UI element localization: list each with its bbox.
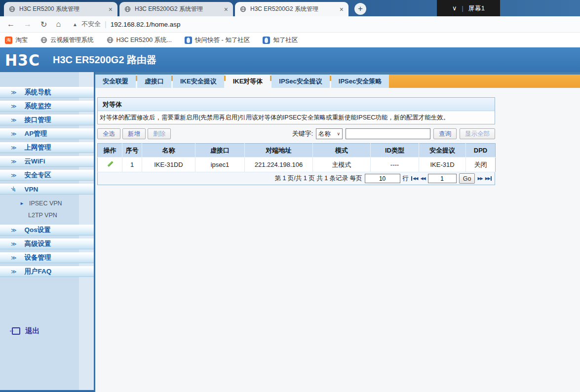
sidebar-subitem-ipsec-vpn[interactable]: ► IPSEC VPN	[0, 197, 94, 209]
sidebar-item-internet-mgmt[interactable]: ≫ 上网管理	[0, 142, 94, 153]
tab-ike-peer-active[interactable]: IKE对等体	[226, 75, 271, 88]
last-page-icon[interactable]: ▶▶	[485, 176, 492, 181]
cell-name: IKE-31DD	[142, 157, 195, 172]
sidebar-item-ap-mgmt[interactable]: ≫ AP管理	[0, 128, 94, 139]
bookmark-zhiliao[interactable]: 知了社区	[263, 36, 298, 44]
sidebar-item-label: 高级设置	[25, 239, 51, 248]
browser-tab-3-active[interactable]: H3C ER5200G2 系统管理 ×	[235, 2, 348, 16]
tab-close-icon[interactable]: ×	[224, 6, 228, 13]
menu-arrow-icon: ≫	[11, 117, 17, 123]
col-index: 序号	[122, 144, 142, 157]
select-all-button[interactable]: 全选	[97, 128, 120, 139]
tab-security-alliance[interactable]: 安全联盟	[95, 75, 136, 88]
bookmark-label: H3C ER5200 系统...	[116, 36, 172, 44]
sidebar-item-interface-mgmt[interactable]: ≫ 接口管理	[0, 115, 94, 125]
sidebar-item-security-zone[interactable]: ≫ 安全专区	[0, 170, 94, 181]
tab-bar-orange-filler	[389, 75, 580, 88]
menu-arrow-icon: ≫	[11, 269, 17, 275]
menu-arrow-icon: ≫	[11, 103, 17, 110]
col-operation: 操作	[98, 144, 122, 157]
logout-arrow-glyph: ←	[8, 326, 15, 334]
page-number-input[interactable]	[428, 174, 457, 183]
sidebar-item-vpn[interactable]: ≫ VPN	[0, 184, 94, 195]
chevron-down-icon[interactable]: ∨	[452, 4, 457, 12]
sidebar-item-label: VPN	[25, 186, 39, 193]
menu-arrow-expanded-icon: ≫	[9, 185, 18, 194]
sidebar-item-qos[interactable]: ≫ Qos设置	[0, 225, 94, 235]
menu-arrow-icon: ≫	[11, 172, 17, 179]
home-icon[interactable]: ⌂	[56, 20, 61, 29]
add-button[interactable]: 新增	[122, 128, 146, 139]
app-header: H3C H3C ER5200G2 路由器	[0, 47, 580, 72]
tab-close-icon[interactable]: ×	[340, 6, 344, 13]
not-secure-label: 不安全	[81, 20, 101, 29]
pagination-summary: 第 1 页/共 1 页 共 1 条记录 每页	[274, 174, 362, 183]
h3c-logo: H3C	[5, 51, 40, 69]
sidebar-item-label: 接口管理	[25, 116, 51, 124]
bookmark-label: 知了社区	[273, 36, 298, 44]
go-button[interactable]: Go	[459, 173, 475, 184]
address-bar[interactable]: ▲ 不安全 | 192.168.82.1/home.asp	[73, 20, 180, 29]
sidebar-subitem-l2tp-vpn[interactable]: L2TP VPN	[0, 209, 94, 221]
sidebar-item-cloud-wifi[interactable]: ≫ 云WiFi	[0, 156, 94, 167]
tab-ipsec-proposal[interactable]: IPSec安全提议	[271, 75, 329, 88]
screen-capture-overlay: ∨ | 屏幕1	[437, 0, 500, 16]
keyword-type-select[interactable]: 名称 ∨	[316, 128, 343, 139]
menu-arrow-icon: ≫	[11, 227, 17, 234]
tab-virtual-interface[interactable]: 虚接口	[137, 75, 171, 88]
keyword-input[interactable]	[346, 128, 430, 139]
sidebar-item-label: 上网管理	[25, 143, 51, 152]
overlay-divider: |	[462, 5, 464, 12]
sub-arrow-icon: ►	[20, 201, 24, 206]
menu-arrow-icon: ≫	[11, 158, 17, 165]
cell-operation	[98, 157, 122, 172]
search-button[interactable]: 查询	[433, 128, 457, 139]
tab-ike-proposal[interactable]: IKE安全提议	[173, 75, 224, 88]
menu-arrow-icon: ≫	[11, 145, 17, 151]
delete-button[interactable]: 删除	[148, 128, 171, 139]
browser-tab-1[interactable]: H3C ER5200 系统管理 ×	[4, 2, 117, 16]
sidebar-item-system-nav[interactable]: ≫ 系统导航	[0, 87, 94, 98]
first-page-icon[interactable]: ◀◀	[411, 176, 418, 181]
chevron-down-icon: ∨	[337, 131, 340, 136]
cell-dpd: 关闭	[466, 157, 496, 172]
sidebar-item-user-faq[interactable]: ≫ 用户FAQ	[0, 266, 94, 277]
logout-button[interactable]: ← 退出	[12, 326, 39, 336]
col-mode: 模式	[313, 144, 371, 157]
bookmark-h3c[interactable]: H3C ER5200 系统...	[107, 36, 172, 44]
bookmark-cloud-video[interactable]: 云视频管理系统	[40, 36, 94, 44]
globe-favicon	[124, 6, 131, 12]
back-icon[interactable]: ←	[7, 20, 15, 29]
bookmark-taobao[interactable]: 淘 淘宝	[5, 36, 28, 44]
new-tab-button[interactable]: +	[354, 3, 366, 15]
pagination-bar: 第 1 页/共 1 页 共 1 条记录 每页 行 ◀◀ ◀◀ Go ▶▶ ▶▶	[97, 172, 495, 185]
bookmark-kuaiwen[interactable]: 快问快答 - 知了社区	[185, 36, 250, 44]
tab-ipsec-policy[interactable]: IPSec安全策略	[331, 75, 389, 88]
prev-page-icon[interactable]: ◀◀	[420, 176, 425, 181]
cell-peer-address: 221.224.198.106	[245, 157, 313, 172]
show-all-button[interactable]: 显示全部	[460, 128, 495, 139]
globe-favicon	[240, 6, 246, 12]
reload-icon[interactable]: ↻	[40, 20, 47, 29]
sidebar-item-device-mgmt[interactable]: ≫ 设备管理	[0, 252, 94, 263]
browser-tab-2[interactable]: H3C ER5200G2 系统管理 ×	[119, 2, 233, 16]
rows-per-page-input[interactable]	[365, 174, 400, 183]
peer-panel: 对等体 对等体的配置修改后，需要重新启用(先禁用再启用)引用该对等体的IPSEC…	[97, 97, 495, 185]
url-text[interactable]: 192.168.82.1/home.asp	[111, 21, 181, 28]
menu-arrow-icon: ≫	[11, 89, 17, 96]
edit-icon[interactable]	[107, 160, 114, 167]
zhiliao-icon	[185, 37, 192, 44]
bookmark-label: 云视频管理系统	[50, 36, 94, 44]
sidebar-item-advanced[interactable]: ≫ 高级设置	[0, 238, 94, 249]
forward-icon[interactable]: →	[24, 20, 32, 29]
taobao-icon: 淘	[5, 37, 12, 44]
tab-title: H3C ER5200G2 系统管理	[250, 5, 336, 13]
sidebar-subitem-label: IPSEC VPN	[29, 200, 62, 207]
col-virtual-interface: 虚接口	[195, 144, 245, 157]
next-page-icon[interactable]: ▶▶	[477, 176, 482, 181]
bookmark-label: 淘宝	[15, 36, 28, 44]
sidebar-item-system-monitor[interactable]: ≫ 系统监控	[0, 101, 94, 112]
sidebar-item-label: 设备管理	[25, 253, 51, 262]
tab-close-icon[interactable]: ×	[109, 6, 113, 13]
tab-title: H3C ER5200 系统管理	[19, 5, 105, 13]
